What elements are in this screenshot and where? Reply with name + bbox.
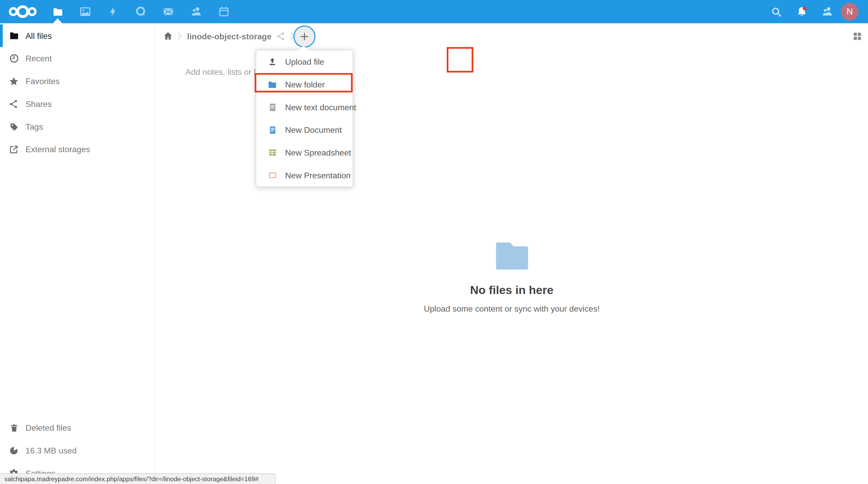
empty-state: No files in here Upload some content or …	[156, 242, 868, 313]
app-talk-button[interactable]	[127, 0, 155, 23]
new-file-plus-button[interactable]	[293, 25, 316, 48]
grid-view-toggle-icon[interactable]	[851, 31, 863, 42]
app-activity-button[interactable]	[99, 0, 127, 23]
empty-state-title: No files in here	[156, 283, 868, 297]
sidebar-item-favorites[interactable]: Favorites	[0, 70, 155, 93]
share-icon[interactable]	[275, 30, 287, 42]
external-storage-icon	[8, 143, 20, 155]
sidebar-item-shares[interactable]: Shares	[0, 92, 155, 115]
chevron-right-icon	[177, 31, 183, 41]
new-folder-icon	[267, 79, 278, 90]
menu-item-new-document[interactable]: New Document	[256, 119, 352, 141]
contacts-menu-icon[interactable]	[814, 0, 840, 23]
status-url-text: salchipapa.madreypadre.com/index.php/app…	[4, 476, 258, 482]
new-file-menu: Upload file New folder New text document	[256, 50, 353, 187]
folder-icon	[8, 30, 20, 42]
quota-pie-icon	[8, 445, 20, 457]
avatar[interactable]: N	[841, 3, 859, 21]
sidebar-item-recent[interactable]: Recent	[0, 47, 155, 70]
status-url-tooltip: salchipapa.madreypadre.com/index.php/app…	[0, 474, 276, 484]
calendar-icon	[218, 5, 229, 18]
tag-icon	[8, 120, 20, 132]
text-document-icon	[267, 102, 278, 113]
app-calendar-button[interactable]	[210, 0, 238, 23]
presentation-icon	[267, 170, 278, 181]
sidebar-item-deleted-files[interactable]: Deleted files	[0, 417, 155, 439]
empty-folder-icon	[495, 242, 529, 270]
workspace-notes-placeholder[interactable]: Add notes, lists or lin	[186, 67, 262, 77]
spreadsheet-icon	[267, 147, 278, 158]
share-icon	[8, 98, 20, 110]
activity-icon	[107, 5, 119, 18]
breadcrumb: linode-object-storage	[156, 23, 298, 49]
document-icon	[267, 124, 278, 135]
notifications-bell-icon[interactable]	[789, 0, 814, 23]
top-bar: N	[0, 0, 868, 23]
app-mail-button[interactable]	[155, 0, 182, 23]
empty-state-subtitle: Upload some content or sync with your de…	[156, 304, 868, 313]
menu-caret	[299, 45, 309, 50]
sidebar-item-tags[interactable]: Tags	[0, 115, 155, 138]
contacts-icon	[190, 5, 203, 18]
sidebar-item-quota[interactable]: 16.3 MB used	[0, 439, 155, 462]
breadcrumb-folder-name[interactable]: linode-object-storage	[187, 31, 272, 41]
app-navigation	[44, 0, 238, 23]
sidebar-item-external-storages[interactable]: External storages	[0, 138, 155, 161]
home-icon[interactable]	[161, 29, 174, 42]
clock-icon	[8, 52, 20, 64]
menu-item-new-spreadsheet[interactable]: New Spreadsheet	[256, 141, 352, 164]
nextcloud-files-app: N All files Recent	[0, 0, 868, 484]
menu-item-new-text-document[interactable]: New text document	[256, 96, 352, 119]
files-content: linode-object-storage Add notes, lists o…	[156, 23, 868, 484]
mail-icon	[162, 5, 175, 18]
star-icon	[8, 75, 20, 87]
top-bar-right: N	[764, 0, 868, 23]
photos-icon	[79, 5, 91, 18]
annotation-box-plus	[447, 47, 473, 72]
menu-item-upload-file[interactable]: Upload file	[256, 51, 352, 73]
upload-icon	[267, 56, 278, 67]
folder-icon	[52, 6, 63, 17]
plus-icon	[299, 31, 310, 42]
talk-icon	[134, 5, 147, 18]
menu-item-new-folder[interactable]: New folder	[256, 73, 352, 96]
active-app-caret	[53, 19, 62, 23]
sidebar: All files Recent Favorites	[0, 23, 156, 484]
nextcloud-logo-icon[interactable]	[8, 4, 38, 20]
app-contacts-button[interactable]	[182, 0, 210, 23]
sidebar-item-all-files[interactable]: All files	[0, 24, 155, 47]
search-icon[interactable]	[764, 0, 789, 23]
app-photos-button[interactable]	[71, 0, 99, 23]
menu-item-new-presentation[interactable]: New Presentation	[256, 164, 352, 187]
trash-icon	[8, 422, 20, 434]
